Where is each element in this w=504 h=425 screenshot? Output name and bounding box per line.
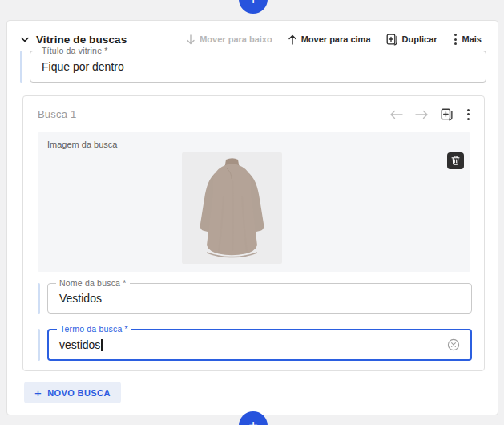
- clear-input-button[interactable]: [447, 338, 460, 351]
- add-section-top-button[interactable]: +: [239, 0, 268, 14]
- section-toolbar: Mover para baixo Mover para cima Duplica…: [186, 32, 482, 47]
- more-button[interactable]: Mais: [453, 32, 482, 47]
- novo-busca-label: NOVO BUSCA: [47, 388, 111, 398]
- termo-field-row: Termo da busca * vestidos: [38, 329, 472, 361]
- duplicate-icon: [386, 34, 398, 46]
- move-up-button[interactable]: Mover para cima: [288, 34, 371, 45]
- arrow-right-icon[interactable]: [415, 110, 429, 119]
- titulo-field-row: Título da vitrine * Fique por dentro: [20, 51, 486, 83]
- busca-toolbar: [389, 107, 471, 122]
- section-title: Vitrine de buscas: [36, 34, 127, 46]
- arrow-left-icon[interactable]: [389, 110, 403, 119]
- plus-icon: +: [248, 0, 258, 9]
- termo-busca-label: Termo da busca *: [57, 324, 131, 334]
- field-accent-bar: [38, 283, 40, 314]
- field-accent-bar: [20, 51, 22, 83]
- duplicate-button[interactable]: Duplicar: [386, 34, 437, 46]
- nome-busca-input[interactable]: Nome da busca * Vestidos: [47, 283, 472, 314]
- plus-icon: +: [248, 417, 258, 425]
- nome-busca-label: Nome da busca *: [56, 278, 130, 288]
- termo-busca-value: vestidos: [59, 338, 100, 351]
- arrow-down-icon: [186, 34, 196, 45]
- vitrine-section-card: Vitrine de buscas Mover para baixo Mover…: [6, 20, 498, 415]
- busca-image-section: Imagem da busca: [38, 132, 470, 272]
- kebab-menu-icon: [453, 32, 458, 47]
- text-cursor: [101, 339, 103, 351]
- titulo-vitrine-value: Fique por dentro: [42, 60, 124, 73]
- nome-field-row: Nome da busca * Vestidos: [38, 283, 472, 314]
- arrow-up-icon: [288, 34, 297, 45]
- novo-busca-button[interactable]: + NOVO BUSCA: [24, 382, 121, 403]
- plus-icon: +: [34, 387, 42, 399]
- duplicate-busca-icon[interactable]: [441, 108, 454, 121]
- busca-title: Busca 1: [38, 108, 76, 120]
- busca-header: Busca 1: [23, 96, 484, 132]
- busca-product-image: [182, 152, 282, 264]
- busca-image-label: Imagem da busca: [47, 140, 117, 149]
- busca-kebab-menu-icon[interactable]: [466, 107, 471, 122]
- field-accent-bar: [38, 329, 40, 361]
- termo-busca-input[interactable]: Termo da busca * vestidos: [47, 329, 472, 361]
- titulo-vitrine-input[interactable]: Título da vitrine * Fique por dentro: [30, 51, 486, 83]
- move-down-button[interactable]: Mover para baixo: [186, 34, 272, 45]
- busca-item-card: Busca 1 Imagem da busca: [22, 95, 485, 371]
- trash-icon: [451, 154, 460, 168]
- titulo-vitrine-label: Título da vitrine *: [38, 46, 111, 55]
- nome-busca-value: Vestidos: [59, 292, 102, 305]
- delete-image-button[interactable]: [447, 152, 464, 169]
- chevron-down-icon[interactable]: [21, 35, 29, 43]
